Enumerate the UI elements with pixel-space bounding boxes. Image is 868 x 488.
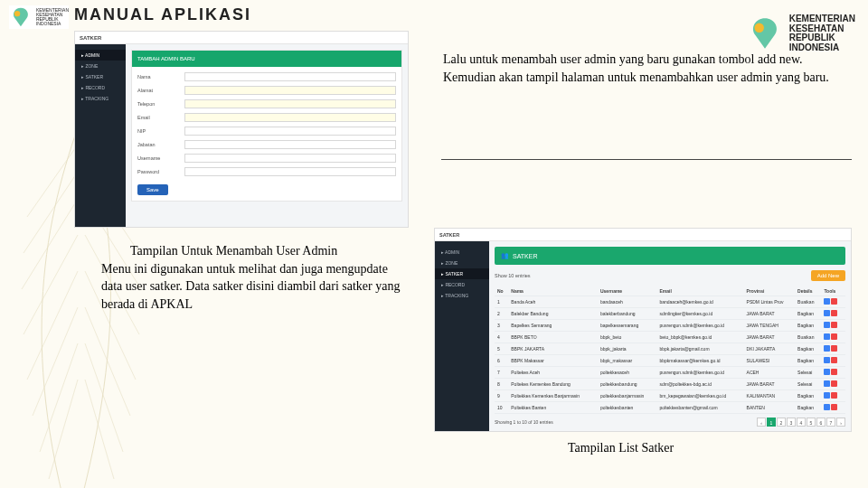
column-header: Details — [795, 286, 821, 296]
column-header: No — [495, 286, 508, 296]
pagination: ‹1234567› — [756, 418, 845, 427]
row-tools[interactable] — [821, 355, 845, 367]
field-label: Email — [137, 115, 179, 120]
table-row: 1Banda Acehbandaacehbandaaceh@kemkes.go.… — [495, 296, 845, 308]
page-button[interactable]: 3 — [787, 418, 796, 427]
page-button[interactable]: 1 — [767, 418, 776, 427]
svg-point-17 — [754, 23, 764, 33]
svg-line-3 — [24, 235, 78, 334]
text-input[interactable] — [184, 113, 396, 122]
column-header: Username — [598, 286, 657, 296]
caption-1: Tampilan Untuk Menambah User Admin Menu … — [101, 242, 409, 313]
table-row: 3Bapelkes Semarangbapelkessemarangpusren… — [495, 320, 845, 332]
edit-icon — [824, 298, 830, 305]
row-tools[interactable] — [821, 343, 845, 355]
text-input[interactable] — [184, 99, 396, 108]
panel-header: TAMBAH ADMIN BARU — [132, 51, 401, 67]
row-tools[interactable] — [821, 367, 845, 379]
edit-icon — [824, 380, 830, 387]
field-label: Jabatan — [137, 142, 179, 147]
save-button[interactable]: Save — [137, 184, 168, 195]
edit-icon — [824, 357, 830, 363]
table-row: 4BBPK BETObbpk_betobeto_bbpk@kemkes.go.i… — [495, 332, 845, 343]
edit-icon — [824, 322, 830, 328]
sidebar-item[interactable]: ▸ RECORD — [435, 279, 489, 290]
sidebar-item[interactable]: ▸ ZONE — [435, 258, 489, 268]
row-tools[interactable] — [821, 308, 845, 320]
edit-icon — [824, 310, 830, 316]
table-row: 9Poltekkes Kemenkes Banjarmasinpoltekkes… — [495, 390, 845, 402]
kemenkes-icon — [9, 5, 33, 29]
table-row: 6BBPK Makassarbbpk_makassarbbpkmakassar@… — [495, 355, 845, 367]
edit-icon — [824, 333, 830, 340]
sidebar-item[interactable]: ▸ ZONE — [75, 61, 126, 71]
delete-icon — [831, 380, 837, 387]
field-label: NIP — [137, 128, 179, 134]
sidebar-item[interactable]: ▸ TRACKING — [435, 290, 489, 301]
screenshot-satker-list: SATKER ▸ ADMIN▸ ZONE▸ SATKER▸ RECORD▸ TR… — [434, 228, 852, 432]
sidebar: ▸ ADMIN▸ ZONE▸ SATKER▸ RECORD▸ TRACKING — [75, 44, 126, 227]
sidebar-item[interactable]: ▸ RECORD — [75, 82, 126, 93]
add-new-button[interactable]: Add New — [811, 270, 845, 281]
edit-icon — [824, 392, 830, 399]
sidebar-item[interactable]: ▸ SATKER — [435, 268, 489, 279]
row-tools[interactable] — [821, 379, 845, 390]
svg-line-14 — [85, 343, 123, 452]
table-row: 7Poltekes Acehpoltekkesacehpusrengun.sdm… — [495, 367, 845, 379]
field-label: Password — [137, 169, 179, 174]
row-tools[interactable] — [821, 296, 845, 308]
delete-icon — [831, 298, 837, 305]
page-button[interactable]: 4 — [797, 418, 806, 427]
page-button[interactable]: 2 — [777, 418, 786, 427]
satker-table: NoNamaUsernameEmailProvinsiDetailsTools … — [495, 286, 845, 414]
page-title: MANUAL APLIKASI — [74, 5, 251, 24]
delete-icon — [831, 392, 837, 399]
delete-icon — [831, 310, 837, 316]
edit-icon — [824, 345, 830, 352]
sidebar-item[interactable]: ▸ SATKER — [75, 71, 126, 82]
page-button[interactable]: › — [836, 418, 845, 427]
svg-point-16 — [14, 11, 20, 16]
row-tools[interactable] — [821, 332, 845, 343]
delete-icon — [831, 322, 837, 328]
delete-icon — [831, 404, 837, 410]
page-button[interactable]: 7 — [826, 418, 835, 427]
text-input[interactable] — [184, 72, 396, 81]
app-title: SATKER — [75, 32, 408, 44]
page-button[interactable]: 6 — [816, 418, 826, 427]
row-tools[interactable] — [821, 320, 845, 332]
svg-line-13 — [85, 307, 130, 416]
field-label: Username — [137, 155, 179, 161]
page-button[interactable]: 5 — [807, 418, 816, 427]
field-label: Telepon — [137, 101, 179, 107]
sidebar: ▸ ADMIN▸ ZONE▸ SATKER▸ RECORD▸ TRACKING — [435, 241, 489, 431]
field-label: Alamat — [137, 88, 179, 93]
text-input[interactable] — [184, 154, 396, 163]
app-title: SATKER — [435, 229, 851, 241]
row-tools[interactable] — [821, 390, 845, 402]
admin-form: NamaAlamatTeleponEmailNIPJabatanUsername… — [132, 67, 401, 201]
text-input[interactable] — [184, 167, 396, 176]
row-tools[interactable] — [821, 402, 845, 414]
table-row: 8Poltekes Kemenkes Bandungpoltekkesbandu… — [495, 379, 845, 390]
field-label: Nama — [137, 74, 179, 80]
sidebar-item[interactable]: ▸ ADMIN — [75, 50, 126, 61]
text-input[interactable] — [184, 86, 396, 95]
logo-small: KEMENTERIANKESEHATANREPUBLIKINDONESIA — [9, 5, 69, 29]
paragraph-1: Lalu untuk menambah user admin yang baru… — [443, 51, 841, 86]
edit-icon — [824, 404, 830, 410]
sidebar-item[interactable]: ▸ TRACKING — [75, 93, 126, 104]
page-button[interactable]: ‹ — [757, 418, 766, 427]
text-input[interactable] — [184, 140, 396, 149]
panel-header: 👥 SATKER — [495, 247, 845, 265]
delete-icon — [831, 357, 837, 363]
logo-large: KEMENTERIANKESEHATANREPUBLIKINDONESIA — [746, 14, 855, 52]
svg-line-0 — [27, 145, 78, 217]
logo-small-text: KEMENTERIANKESEHATANREPUBLIKINDONESIA — [36, 8, 69, 27]
text-input[interactable] — [184, 127, 396, 136]
sidebar-item[interactable]: ▸ ADMIN — [435, 247, 489, 258]
kemenkes-icon — [746, 14, 784, 52]
svg-line-15 — [85, 380, 114, 479]
svg-line-5 — [33, 307, 78, 416]
section-divider — [441, 159, 852, 160]
